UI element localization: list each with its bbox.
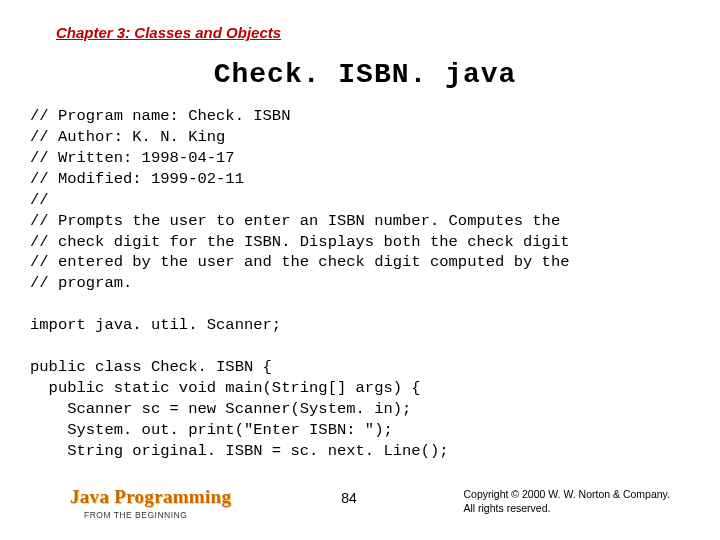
- copyright-line2: All rights reserved.: [463, 502, 670, 516]
- footer: Java Programming FROM THE BEGINNING 84 C…: [0, 486, 720, 520]
- copyright: Copyright © 2000 W. W. Norton & Company.…: [463, 488, 670, 515]
- brand-title: Java Programming: [70, 486, 231, 508]
- footer-brand-block: Java Programming FROM THE BEGINNING: [70, 486, 231, 520]
- brand-subtitle: FROM THE BEGINNING: [84, 510, 231, 520]
- copyright-line1: Copyright © 2000 W. W. Norton & Company.: [463, 488, 670, 502]
- chapter-heading: Chapter 3: Classes and Objects: [56, 24, 680, 41]
- code-block: // Program name: Check. ISBN // Author: …: [30, 106, 680, 462]
- slide-title: Check. ISBN. java: [50, 59, 680, 90]
- page-number: 84: [341, 490, 357, 506]
